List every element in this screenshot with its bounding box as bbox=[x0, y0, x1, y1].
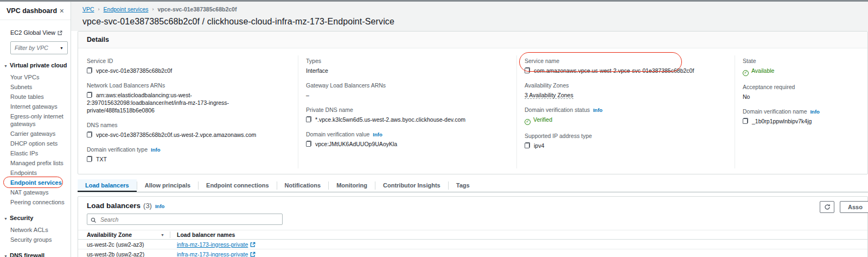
sidebar-item-endpoint-services[interactable]: Endpoint services bbox=[10, 178, 67, 187]
details-field-domain-verification-status: Domain verification statusInfo✓Verified bbox=[525, 104, 726, 125]
sidebar-section-security[interactable]: ▼Security bbox=[4, 215, 67, 221]
table-row: us-west-2b (usw2-az2)infra-mz-173-ingres… bbox=[78, 249, 867, 257]
field-label: Domain verification status bbox=[525, 106, 590, 113]
field-value-row: *.vpce.k3lc5wn6d5.us-west-2.aws.byoc.cli… bbox=[306, 116, 508, 123]
sidebar-item-security-groups[interactable]: Security groups bbox=[10, 235, 67, 245]
sidebar-item-dhcp-option-sets[interactable]: DHCP option sets bbox=[10, 139, 67, 148]
details-field-dns-names: DNS namesvpce-svc-01e387385c68b2c0f.us-w… bbox=[87, 120, 289, 139]
lb-cell: infra-mz-173-ingress-private bbox=[170, 251, 256, 257]
info-link[interactable]: Info bbox=[593, 107, 602, 113]
details-field-domain-verification-name: Domain verification nameInfo_1b0rp1ppwln… bbox=[743, 106, 850, 125]
load-balancers-title: Load balancers bbox=[87, 202, 141, 210]
sidebar-item-egress-only-internet-gateways[interactable]: Egress-only internet gateways bbox=[10, 112, 67, 129]
sidebar-item-subnets[interactable]: Subnets bbox=[10, 83, 67, 92]
field-label-row: Domain verification nameInfo bbox=[743, 106, 850, 116]
copy-icon[interactable] bbox=[87, 92, 92, 98]
tab-tags[interactable]: Tags bbox=[449, 179, 477, 192]
sidebar-item-carrier-gateways[interactable]: Carrier gateways bbox=[10, 129, 67, 139]
field-label: Gateway Load Balancers ARNs bbox=[306, 82, 386, 89]
tab-monitoring[interactable]: Monitoring bbox=[329, 179, 375, 192]
table-row: us-west-2c (usw2-az3)infra-mz-173-ingres… bbox=[78, 240, 867, 249]
sidebar-item-route-tables[interactable]: Route tables bbox=[10, 92, 67, 102]
load-balancer-link[interactable]: infra-mz-173-ingress-private bbox=[177, 241, 248, 248]
copy-icon[interactable] bbox=[525, 142, 530, 148]
load-balancer-link[interactable]: infra-mz-173-ingress-private bbox=[177, 251, 248, 257]
copy-icon[interactable] bbox=[306, 116, 311, 122]
field-value-row: com.amazonaws.vpce.us-west-2.vpce-svc-01… bbox=[525, 67, 726, 74]
copy-icon[interactable] bbox=[87, 67, 92, 73]
close-icon[interactable]: × bbox=[60, 7, 64, 15]
details-field-service-name: Service namecom.amazonaws.vpce.us-west-2… bbox=[525, 55, 726, 74]
sidebar-item-managed-prefix-lists[interactable]: Managed prefix lists bbox=[10, 159, 67, 168]
breadcrumb-link-endpoint-services[interactable]: Endpoint services bbox=[104, 6, 149, 12]
sidebar-item-endpoints[interactable]: Endpoints bbox=[10, 168, 67, 178]
refresh-button[interactable] bbox=[820, 201, 834, 213]
sidebar-item-your-vpcs[interactable]: Your VPCs bbox=[10, 73, 67, 82]
breadcrumb-current: vpce-svc-01e387385c68b2c0f bbox=[157, 6, 237, 12]
main-content: VPC › Endpoint services › vpce-svc-01e38… bbox=[71, 2, 868, 257]
field-label: Supported IP address type bbox=[525, 133, 592, 139]
copy-icon[interactable] bbox=[306, 141, 311, 147]
field-label: Service name bbox=[525, 58, 559, 64]
sidebar-section-label: Security bbox=[10, 215, 33, 221]
external-link-icon bbox=[250, 242, 256, 247]
info-link[interactable]: Info bbox=[151, 147, 160, 153]
field-value-row: – bbox=[306, 91, 508, 99]
tab-endpoint-connections[interactable]: Endpoint connections bbox=[199, 179, 277, 192]
copy-icon[interactable] bbox=[743, 118, 748, 124]
field-value-row: Interface bbox=[306, 67, 508, 74]
field-label: State bbox=[743, 58, 756, 64]
app-window: VPC dashboard × EC2 Global View Filter b… bbox=[0, 2, 868, 257]
details-field-gateway-load-balancers-arns: Gateway Load Balancers ARNs– bbox=[306, 80, 508, 99]
page-header-area: VPC › Endpoint services › vpce-svc-01e38… bbox=[71, 2, 868, 31]
sidebar-nav: ▼Virtual private cloudYour VPCsSubnetsRo… bbox=[10, 62, 67, 257]
info-link[interactable]: Info bbox=[155, 203, 164, 209]
field-value: vpce:JMtUK6AdUUOp9UAoyKla bbox=[315, 141, 397, 147]
sidebar-item-network-acls[interactable]: Network ACLs bbox=[10, 225, 67, 235]
vpc-filter-select[interactable]: Filter by VPC ▼ bbox=[10, 41, 68, 54]
sidebar-item-ec2-global-view[interactable]: EC2 Global View bbox=[10, 29, 62, 36]
field-label-row: Service ID bbox=[87, 55, 289, 65]
details-column: State✓AvailableAcceptance requiredNoDoma… bbox=[735, 55, 859, 168]
availability-zones-link[interactable]: 3 Availability Zones bbox=[525, 92, 573, 99]
ec2-global-view-label: EC2 Global View bbox=[10, 29, 55, 36]
sort-descending-icon[interactable]: ▼ bbox=[161, 233, 164, 237]
field-value-row: TXT bbox=[87, 155, 289, 163]
red-annotation-oval bbox=[3, 177, 63, 188]
sidebar-item-peering-connections[interactable]: Peering connections bbox=[10, 198, 67, 207]
tab-notifications[interactable]: Notifications bbox=[277, 179, 329, 192]
external-link-icon bbox=[58, 30, 62, 35]
copy-icon[interactable] bbox=[525, 67, 530, 73]
details-field-service-id: Service IDvpce-svc-01e387385c68b2c0f bbox=[87, 55, 289, 74]
details-field-domain-verification-value: Domain verification valueInfovpce:JMtUK6… bbox=[306, 129, 508, 148]
status-text: Verified bbox=[533, 116, 552, 123]
table-header: Availability Zone ▼ Load balancer names bbox=[78, 230, 867, 240]
field-value-row: 3 Availability Zones bbox=[525, 91, 726, 99]
breadcrumb-link-vpc[interactable]: VPC bbox=[82, 6, 94, 12]
info-link[interactable]: Info bbox=[810, 109, 819, 115]
table-body: us-west-2c (usw2-az3)infra-mz-173-ingres… bbox=[78, 240, 867, 257]
sidebar-item-nat-gateways[interactable]: NAT gateways bbox=[10, 188, 67, 197]
tab-allow-principals[interactable]: Allow principals bbox=[137, 179, 198, 192]
tab-load-balancers[interactable]: Load balancers bbox=[78, 179, 137, 192]
field-value-row: vpce-svc-01e387385c68b2c0f.us-west-2.vpc… bbox=[87, 131, 289, 139]
tab-bar: Load balancersAllow principalsEndpoint c… bbox=[78, 179, 868, 192]
field-value-row: arn:aws:elasticloadbalancing:us-west-2:3… bbox=[87, 91, 289, 114]
field-label-row: Acceptance required bbox=[743, 82, 850, 91]
sidebar-section-dns-firewall[interactable]: ▼DNS firewall bbox=[4, 252, 67, 257]
field-label-row: State bbox=[743, 55, 850, 65]
copy-icon[interactable] bbox=[87, 131, 92, 137]
field-label: Acceptance required bbox=[743, 84, 795, 90]
search-input[interactable] bbox=[87, 214, 283, 225]
details-field-types: TypesInterface bbox=[306, 55, 508, 74]
sidebar-item-internet-gateways[interactable]: Internet gateways bbox=[10, 102, 67, 111]
field-label-row: Supported IP address type bbox=[525, 130, 726, 140]
copy-icon[interactable] bbox=[87, 156, 92, 162]
load-balancers-header: Load balancers (3) Info bbox=[78, 197, 867, 210]
tab-contributor-insights[interactable]: Contributor Insights bbox=[375, 179, 448, 192]
associate-button[interactable]: Asso bbox=[840, 201, 868, 213]
field-label: Private DNS name bbox=[306, 106, 353, 113]
sidebar-section-virtual-private-cloud[interactable]: ▼Virtual private cloud bbox=[4, 62, 67, 68]
info-link[interactable]: Info bbox=[373, 131, 382, 137]
sidebar-item-elastic-ips[interactable]: Elastic IPs bbox=[10, 149, 67, 158]
